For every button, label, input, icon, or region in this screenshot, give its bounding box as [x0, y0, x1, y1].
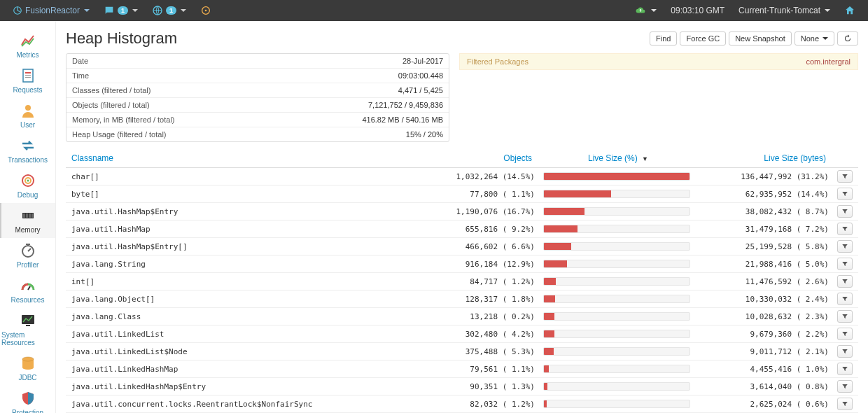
filter-icon — [841, 260, 849, 267]
filter-row-button[interactable] — [837, 258, 853, 270]
gauge-icon — [20, 277, 36, 294]
alerts-menu[interactable]: 1 — [97, 0, 145, 21]
sidebar-item-system-resources[interactable]: System Resources — [0, 308, 55, 351]
cell-classname: java.util.HashMap — [66, 220, 419, 238]
sidebar-item-debug[interactable]: Debug — [0, 168, 55, 203]
sidebar-item-protection[interactable]: Protection — [0, 386, 55, 413]
filter-row-button[interactable] — [837, 363, 853, 375]
brand-menu[interactable]: FusionReactor — [6, 0, 97, 21]
chevron-down-icon — [132, 9, 138, 12]
filter-row-button[interactable] — [837, 188, 853, 200]
table-row: java.lang.Class13,218 ( 0.2%)10,028,632 … — [66, 308, 858, 326]
none-dropdown[interactable]: None — [794, 31, 834, 46]
chart-line-icon — [20, 32, 36, 49]
find-button[interactable]: Find — [650, 31, 677, 46]
cell-bar — [538, 343, 699, 360]
cell-objects: 916,184 (12.9%) — [419, 255, 538, 273]
filter-row-button[interactable] — [837, 240, 853, 253]
cell-bar — [538, 360, 699, 378]
cell-bar — [538, 238, 699, 255]
summary-row: Heap Usage (filtered / total)15% / 20% — [66, 127, 449, 141]
instance-menu[interactable]: Current-Trunk-Tomcat — [732, 0, 837, 21]
cell-objects: 655,816 ( 9.2%) — [419, 220, 538, 238]
cell-bytes: 21,988,416 ( 5.0%) — [699, 255, 832, 273]
sidebar-item-label: System Resources — [1, 331, 54, 346]
svg-rect-19 — [26, 325, 30, 326]
table-row: java.util.concurrent.locks.ReentrantLock… — [66, 396, 858, 413]
summary-table: Date28-Jul-2017Time09:03:00.448Classes (… — [66, 53, 449, 142]
filter-row-button[interactable] — [837, 205, 853, 218]
sidebar-item-memory[interactable]: Memory — [0, 203, 55, 238]
cell-classname: java.lang.Class — [66, 308, 419, 326]
sidebar-item-profiler[interactable]: Profiler — [0, 238, 55, 273]
cell-objects: 302,480 ( 4.2%) — [419, 326, 538, 343]
svg-rect-14 — [26, 214, 28, 218]
cell-objects: 84,717 ( 1.2%) — [419, 273, 538, 290]
brand-logo-icon — [13, 6, 22, 15]
new-snapshot-button[interactable]: New Snapshot — [729, 31, 792, 46]
filter-row-button[interactable] — [837, 380, 853, 393]
filter-icon — [841, 225, 849, 232]
svg-rect-16 — [31, 214, 33, 218]
table-row: java.lang.String916,184 (12.9%)21,988,41… — [66, 255, 858, 273]
summary-row: Time09:03:00.448 — [66, 69, 449, 83]
filter-icon — [841, 243, 849, 250]
sidebar: Metrics Requests User Transactions Debug… — [0, 21, 56, 413]
filter-row-button[interactable] — [837, 170, 853, 183]
force-gc-button[interactable]: Force GC — [680, 31, 726, 46]
filter-icon — [841, 348, 849, 355]
topbar: FusionReactor 1 1 09:03:10 GMT Current-T… — [0, 0, 868, 21]
table-row: java.util.LinkedList$Node375,488 ( 5.3%)… — [66, 343, 858, 360]
summary-key: Objects (filtered / total) — [72, 101, 150, 109]
filter-icon — [841, 295, 849, 302]
col-classname[interactable]: Classname — [66, 149, 419, 168]
sidebar-item-resources[interactable]: Resources — [0, 273, 55, 308]
stopwatch-icon — [20, 242, 36, 259]
home-button[interactable] — [837, 0, 862, 21]
sidebar-item-jdbc[interactable]: JDBC — [0, 351, 55, 386]
summary-val: 416.82 MB / 540.16 MB — [362, 115, 443, 124]
chevron-down-icon — [181, 9, 186, 12]
shield-icon — [20, 390, 36, 407]
refresh-button[interactable] — [837, 31, 858, 46]
filter-panel: Filtered Packages com.intergral — [459, 53, 858, 142]
cell-bar — [538, 255, 699, 273]
clock-display: 09:03:10 GMT — [664, 0, 732, 21]
cell-bar — [538, 220, 699, 238]
bug-icon — [20, 172, 36, 189]
cell-objects: 82,032 ( 1.2%) — [419, 396, 538, 413]
summary-key: Memory, in MB (filtered / total) — [72, 115, 175, 124]
filter-icon — [841, 383, 849, 390]
table-row: int[]84,717 ( 1.2%)11,476,592 ( 2.6%) — [66, 273, 858, 290]
table-row: java.util.LinkedHashMap$Entry90,351 ( 1.… — [66, 378, 858, 396]
sidebar-item-transactions[interactable]: Transactions — [0, 133, 55, 168]
sidebar-item-label: Transactions — [8, 156, 48, 164]
summary-val: 09:03:00.448 — [398, 71, 443, 80]
cell-classname: java.util.LinkedHashMap$Entry — [66, 378, 419, 396]
sidebar-item-user[interactable]: User — [0, 98, 55, 133]
filter-row-button[interactable] — [837, 328, 853, 340]
cell-bytes: 4,455,416 ( 1.0%) — [699, 360, 832, 378]
filter-row-button[interactable] — [837, 310, 853, 323]
cell-bytes: 11,476,592 ( 2.6%) — [699, 273, 832, 290]
sidebar-item-label: User — [20, 121, 35, 129]
target-button[interactable] — [193, 0, 218, 21]
cell-bytes: 31,479,168 ( 7.2%) — [699, 220, 832, 238]
filter-row-button[interactable] — [837, 275, 853, 288]
filter-icon — [841, 330, 849, 337]
cloud-status-button[interactable] — [627, 0, 664, 21]
filter-row-button[interactable] — [837, 398, 853, 410]
cell-bytes: 3,614,040 ( 0.8%) — [699, 378, 832, 396]
sidebar-item-requests[interactable]: Requests — [0, 63, 55, 98]
sidebar-item-metrics[interactable]: Metrics — [0, 28, 55, 63]
filter-row-button[interactable] — [837, 293, 853, 305]
col-live-size-bytes[interactable]: Live Size (bytes) — [699, 149, 832, 168]
filter-row-button[interactable] — [837, 345, 853, 358]
cell-objects: 90,351 ( 1.3%) — [419, 378, 538, 396]
svg-rect-6 — [25, 75, 31, 76]
col-objects[interactable]: Objects — [419, 149, 538, 168]
col-live-size-pct[interactable]: Live Size (%) ▼ — [538, 149, 699, 168]
cell-objects: 13,218 ( 0.2%) — [419, 308, 538, 326]
filter-row-button[interactable] — [837, 223, 853, 235]
instances-menu[interactable]: 1 — [145, 0, 193, 21]
